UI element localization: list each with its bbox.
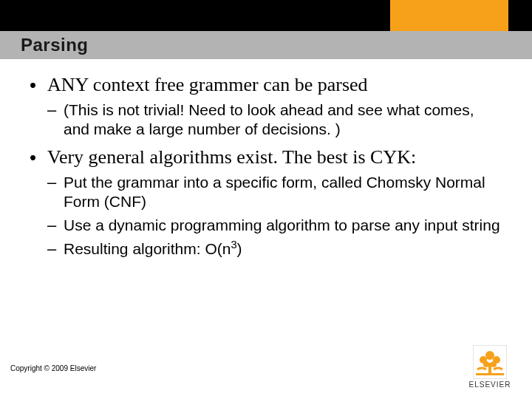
svg-point-5 [483, 361, 489, 367]
svg-point-2 [485, 351, 494, 360]
header-orange-accent [390, 0, 508, 31]
sub-bullet-text: Put the grammar into a specific form, ca… [64, 173, 502, 211]
sub-bullet-item: Resulting algorithm: O(n3) [47, 239, 502, 259]
bullet-item: ANY context free grammer can be parsed (… [30, 74, 502, 139]
elsevier-tree-icon [473, 345, 507, 379]
publisher-logo: ELSEVIER [461, 345, 519, 389]
sub-bullet-text: Resulting algorithm: O(n3) [64, 239, 502, 259]
copyright-text: Copyright © 2009 Elsevier [10, 364, 96, 372]
slide-content: ANY context free grammer can be parsed (… [30, 74, 502, 266]
bullet-item: Very general algorithms exist. The best … [30, 146, 502, 259]
svg-point-6 [491, 361, 497, 367]
title-bar: Parsing [0, 31, 532, 59]
sub-bullet-sup: 3 [231, 239, 236, 250]
bullet-text: Very general algorithms exist. The best … [47, 146, 502, 168]
publisher-name: ELSEVIER [469, 381, 511, 389]
sub-bullet-text-pre: Resulting algorithm: O(n [64, 240, 231, 257]
sub-bullet-item: Use a dynamic programming algorithm to p… [47, 216, 502, 235]
sub-bullet-text: Use a dynamic programming algorithm to p… [64, 216, 502, 235]
bullet-text: ANY context free grammer can be parsed [47, 74, 502, 96]
sub-bullet-text: (This is not trivial! Need to look ahead… [64, 100, 502, 139]
sub-bullet-item: Put the grammar into a specific form, ca… [47, 173, 502, 211]
sub-bullet-text-post: ) [237, 240, 242, 257]
sub-bullet-item: (This is not trivial! Need to look ahead… [47, 100, 502, 139]
svg-rect-7 [476, 373, 504, 375]
slide-title: Parsing [0, 35, 89, 55]
